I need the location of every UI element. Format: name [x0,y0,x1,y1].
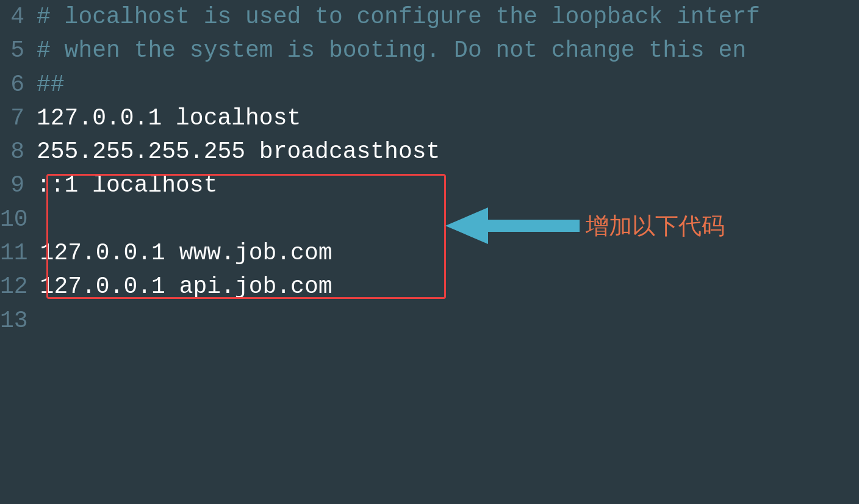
line-number-11: 11 [0,237,40,268]
line-content-12: 127.0.0.1 api.job.com [40,271,332,302]
line-content-8: 255.255.255.255 broadcasthost [37,136,440,167]
line-12: 12 127.0.0.1 api.job.com [0,270,859,303]
line-10: 10 [0,203,859,236]
line-9: 9 ::1 localhost [0,168,859,202]
line-13: 13 [0,304,859,337]
line-number-12: 12 [0,271,40,302]
arrow-icon [445,204,580,247]
editor-container: 4 # localhost is used to configure the l… [0,0,859,337]
line-6: 6 ## [0,68,859,101]
line-7: 7 127.0.0.1 localhost [0,101,859,135]
line-number-5: 5 [0,35,37,66]
line-5: 5 # when the system is booting. Do not c… [0,34,859,67]
line-content-4: # localhost is used to configure the loo… [37,1,760,32]
line-4: 4 # localhost is used to configure the l… [0,0,859,34]
annotation-container: 增加以下代码 [445,204,725,247]
line-number-13: 13 [0,305,40,336]
line-number-6: 6 [0,69,37,100]
annotation-label: 增加以下代码 [586,211,725,242]
line-number-10: 10 [0,204,40,235]
line-number-4: 4 [0,1,37,32]
line-content-11: 127.0.0.1 www.job.com [40,237,332,268]
line-content-9: ::1 localhost [37,170,217,201]
line-content-7: 127.0.0.1 localhost [37,103,301,134]
line-content-5: # when the system is booting. Do not cha… [37,35,746,66]
line-number-9: 9 [0,170,37,201]
line-number-7: 7 [0,103,37,134]
line-8: 8 255.255.255.255 broadcasthost [0,135,859,168]
line-content-6: ## [37,69,65,100]
line-number-8: 8 [0,136,37,167]
line-11: 11 127.0.0.1 www.job.com [0,236,859,270]
svg-marker-0 [445,207,580,244]
